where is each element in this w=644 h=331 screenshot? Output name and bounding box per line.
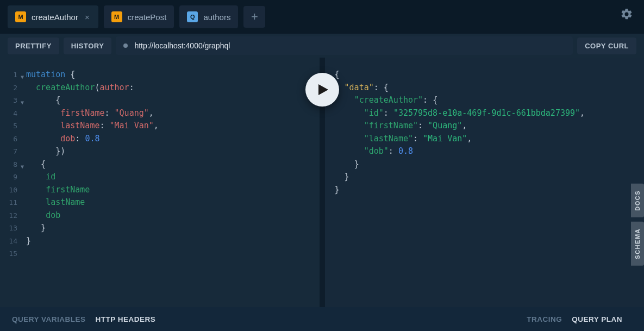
fold-icon[interactable]: ▼ xyxy=(21,160,24,173)
query-badge-icon: Q xyxy=(187,11,198,22)
settings-icon[interactable] xyxy=(620,8,633,23)
query-code[interactable]: mutation { createAuthor(author: { firstN… xyxy=(0,68,320,247)
tab-createauthor[interactable]: M createAuthor × xyxy=(8,5,98,28)
toolbar: PRETTIFY HISTORY COPY CURL xyxy=(0,34,644,58)
history-button[interactable]: HISTORY xyxy=(64,38,112,54)
copy-curl-button[interactable]: COPY CURL xyxy=(577,38,636,54)
tab-label: authors xyxy=(203,13,230,22)
close-icon[interactable]: × xyxy=(84,13,91,22)
prettify-button[interactable]: PRETTIFY xyxy=(8,38,59,54)
schema-tab[interactable]: SCHEMA xyxy=(631,222,644,266)
query-plan-tab[interactable]: QUERY PLAN xyxy=(572,315,622,323)
response-viewer[interactable]: ▼ ▼ ▼ { "data": { "createAuthor": { "id"… xyxy=(325,58,645,307)
tab-authors[interactable]: Q authors xyxy=(179,5,238,28)
fold-icon[interactable]: ▼ xyxy=(21,71,24,84)
http-headers-tab[interactable]: HTTP HEADERS xyxy=(96,315,156,323)
query-variables-tab[interactable]: QUERY VARIABLES xyxy=(12,315,86,323)
fold-icon[interactable]: ▼ xyxy=(21,96,24,109)
tracing-tab[interactable]: TRACING xyxy=(527,315,562,323)
mutation-badge-icon: M xyxy=(15,11,26,22)
play-icon xyxy=(317,83,329,96)
execute-button[interactable] xyxy=(305,73,339,107)
status-dot-icon xyxy=(123,43,128,48)
footer-bar: QUERY VARIABLES HTTP HEADERS TRACING QUE… xyxy=(0,307,644,331)
query-editor[interactable]: 1▼ 2 3▼ 4 5 6 7 8▼ 9 10 11 12 13 14 15 m… xyxy=(0,58,320,307)
tab-label: createPost xyxy=(128,13,167,22)
tab-createpost[interactable]: M createPost xyxy=(104,5,174,28)
new-tab-button[interactable]: + xyxy=(243,6,265,28)
main-area: 1▼ 2 3▼ 4 5 6 7 8▼ 9 10 11 12 13 14 15 m… xyxy=(0,58,644,307)
docs-tab[interactable]: DOCS xyxy=(631,184,644,217)
mutation-badge-icon: M xyxy=(111,11,122,22)
response-code: { "data": { "createAuthor": { "id": "325… xyxy=(325,68,645,196)
endpoint-input[interactable] xyxy=(134,41,565,50)
side-panel-tabs: DOCS SCHEMA xyxy=(631,184,644,265)
line-gutter: 1▼ 2 3▼ 4 5 6 7 8▼ 9 10 11 12 13 14 15 xyxy=(0,68,22,260)
endpoint-bar[interactable] xyxy=(116,36,573,55)
tab-label: createAuthor xyxy=(32,13,78,22)
tab-bar: M createAuthor × M createPost Q authors … xyxy=(0,0,644,34)
